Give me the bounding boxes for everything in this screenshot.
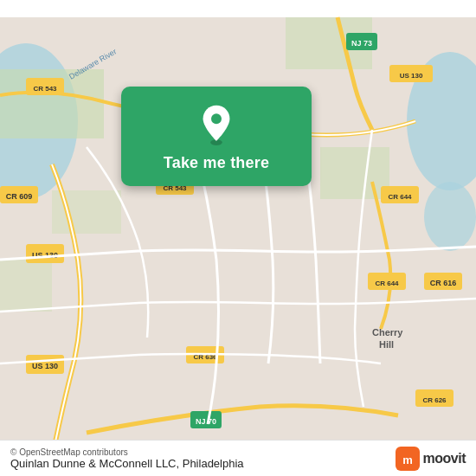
moovit-logo: m moovit <box>396 447 466 471</box>
svg-text:CR 644: CR 644 <box>375 280 399 287</box>
svg-text:CR 616: CR 616 <box>430 279 457 287</box>
copyright-text: © OpenStreetMap contributors <box>10 447 244 457</box>
svg-text:Hill: Hill <box>379 339 394 350</box>
svg-text:CR 543: CR 543 <box>33 85 57 93</box>
location-pin-icon <box>196 104 237 145</box>
take-me-there-button[interactable]: Take me there <box>164 154 269 172</box>
svg-rect-8 <box>0 260 52 312</box>
svg-text:m: m <box>402 453 413 466</box>
svg-text:US 130: US 130 <box>32 362 58 370</box>
svg-point-41 <box>211 113 222 124</box>
location-card: Take me there <box>121 87 312 186</box>
moovit-icon: m <box>396 447 420 471</box>
moovit-text: moovit <box>423 451 466 466</box>
bottom-left: © OpenStreetMap contributors Quinlan Dun… <box>10 447 244 470</box>
svg-text:NJ 70: NJ 70 <box>196 417 216 426</box>
svg-point-3 <box>424 182 476 251</box>
svg-text:CR 644: CR 644 <box>388 193 412 201</box>
svg-text:NJ 73: NJ 73 <box>351 39 372 48</box>
svg-text:CR 626: CR 626 <box>422 396 447 404</box>
map-container: US 130 US 130 CR 543 CR 543 NJ 73 NJ 90 … <box>0 0 476 476</box>
svg-text:Cherry: Cherry <box>372 327 403 338</box>
svg-text:CR 609: CR 609 <box>6 192 33 201</box>
location-name: Quinlan Dunne & McConnell LLC, Philadelp… <box>10 457 244 470</box>
bottom-bar: © OpenStreetMap contributors Quinlan Dun… <box>0 440 476 476</box>
map-background: US 130 US 130 CR 543 CR 543 NJ 73 NJ 90 … <box>0 0 476 476</box>
svg-text:US 130: US 130 <box>400 72 423 80</box>
svg-rect-6 <box>320 147 389 199</box>
